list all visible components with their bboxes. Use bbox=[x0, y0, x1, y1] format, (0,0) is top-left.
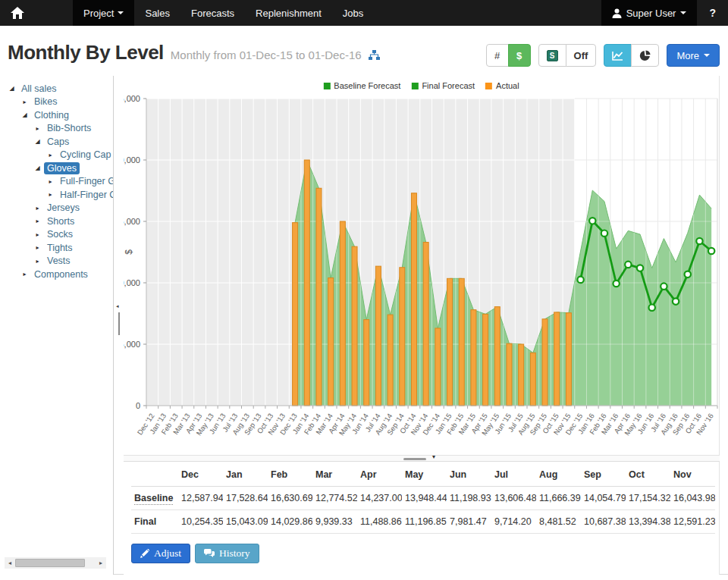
cell-final[interactable]: 10,687.38 bbox=[581, 510, 626, 534]
cell-final[interactable]: 9,939.33 bbox=[312, 510, 357, 534]
caret-collapsed-icon[interactable]: ▸ bbox=[20, 99, 29, 105]
cell-final[interactable]: 8,481.52 bbox=[536, 510, 581, 534]
tree-item-bib-shorts[interactable]: ▸Bib-Shorts bbox=[0, 122, 113, 136]
tree-item-jerseys[interactable]: ▸Jerseys bbox=[0, 202, 113, 215]
caret-collapsed-icon[interactable]: ▸ bbox=[46, 191, 55, 198]
actual-bar[interactable] bbox=[411, 193, 416, 406]
cell-final[interactable]: 13,394.38 bbox=[626, 510, 670, 534]
tree-item-shorts[interactable]: ▸Shorts bbox=[0, 215, 113, 228]
pie-chart-button[interactable] bbox=[631, 44, 659, 67]
cell-final[interactable]: 14,029.86 bbox=[268, 510, 312, 534]
cell-final[interactable]: 11,488.86 bbox=[357, 510, 402, 534]
nav-item-forecasts[interactable]: Forecasts bbox=[180, 0, 245, 26]
actual-bar[interactable] bbox=[340, 221, 345, 406]
final-point[interactable] bbox=[661, 283, 667, 289]
actual-bar[interactable] bbox=[554, 312, 560, 406]
units-count-button[interactable]: # bbox=[486, 44, 509, 67]
nav-item-jobs[interactable]: Jobs bbox=[332, 0, 374, 26]
actual-bar[interactable] bbox=[328, 278, 334, 406]
chart-table-splitter[interactable]: ▾ bbox=[124, 455, 720, 462]
tree-item-clothing[interactable]: ◢Clothing bbox=[0, 108, 113, 122]
actual-bar[interactable] bbox=[519, 344, 524, 406]
caret-expanded-icon[interactable]: ◢ bbox=[33, 165, 42, 171]
actual-bar[interactable] bbox=[400, 268, 405, 406]
caret-collapsed-icon[interactable]: ▸ bbox=[33, 258, 42, 265]
tree-item-bikes[interactable]: ▸Bikes bbox=[0, 96, 113, 109]
units-currency-button[interactable]: $ bbox=[508, 44, 531, 67]
actual-bar[interactable] bbox=[471, 310, 476, 406]
cell-final[interactable]: 15,043.09 bbox=[223, 510, 268, 534]
actual-bar[interactable] bbox=[293, 223, 298, 406]
actual-bar[interactable] bbox=[304, 160, 309, 406]
splitter-collapse-icon[interactable]: ◂ bbox=[116, 303, 119, 309]
nav-item-project[interactable]: Project bbox=[73, 0, 134, 26]
caret-collapsed-icon[interactable]: ▸ bbox=[33, 244, 42, 251]
final-point[interactable] bbox=[613, 281, 619, 287]
caret-collapsed-icon[interactable]: ▸ bbox=[33, 125, 42, 132]
help-button[interactable]: ? bbox=[697, 0, 728, 26]
final-point[interactable] bbox=[685, 271, 691, 277]
sidebar-splitter[interactable]: ◂ bbox=[114, 76, 124, 575]
cell-baseline[interactable]: 13,606.48 bbox=[491, 487, 536, 510]
splitter-caret-icon[interactable]: ▾ bbox=[432, 453, 435, 460]
nav-item-replenishment[interactable]: Replenishment bbox=[245, 0, 332, 26]
tree-item-caps[interactable]: ◢Caps bbox=[0, 135, 113, 149]
actual-bar[interactable] bbox=[352, 246, 357, 406]
actual-bar[interactable] bbox=[375, 266, 381, 406]
cell-baseline[interactable]: 16,630.69 bbox=[268, 487, 312, 510]
final-point[interactable] bbox=[601, 230, 607, 237]
actual-bar[interactable] bbox=[542, 319, 548, 406]
tree-item-full-finger-gloves[interactable]: ▸Full-Finger Gloves bbox=[0, 175, 113, 189]
cell-final[interactable]: 12,591.23 bbox=[670, 510, 715, 534]
cell-final[interactable]: 9,714.20 bbox=[491, 510, 536, 534]
splitter-grip[interactable] bbox=[403, 458, 426, 460]
final-point[interactable] bbox=[577, 277, 583, 283]
actual-bar[interactable] bbox=[530, 353, 535, 406]
final-point[interactable] bbox=[673, 298, 679, 304]
line-chart-button[interactable] bbox=[604, 44, 632, 67]
caret-expanded-icon[interactable]: ◢ bbox=[20, 111, 29, 118]
actual-bar[interactable] bbox=[423, 243, 428, 406]
forecast-chart[interactable]: 05,00010,00015,00020,00025,000Dec '12Jan… bbox=[124, 76, 720, 455]
tree-item-cycling-cap[interactable]: ▸Cycling Cap bbox=[0, 149, 113, 162]
tree-item-gloves[interactable]: ◢Gloves bbox=[0, 161, 113, 175]
splitter-handle[interactable] bbox=[118, 312, 120, 335]
cell-baseline[interactable]: 16,043.98 bbox=[670, 487, 715, 510]
cell-baseline[interactable]: 17,528.64 bbox=[223, 487, 268, 510]
actual-bar[interactable] bbox=[364, 320, 369, 406]
chart-canvas[interactable]: 05,00010,00015,00020,00025,000Dec '12Jan… bbox=[124, 76, 720, 455]
cell-baseline[interactable]: 13,948.44 bbox=[402, 487, 447, 510]
tree-item-all-sales[interactable]: ◢All sales bbox=[0, 82, 113, 96]
final-point[interactable] bbox=[696, 238, 702, 244]
tree-item-tights[interactable]: ▸Tights bbox=[0, 241, 113, 255]
scrollbar-thumb[interactable] bbox=[15, 559, 85, 567]
cell-final[interactable]: 11,196.85 bbox=[402, 510, 447, 534]
home-button[interactable] bbox=[0, 0, 35, 26]
cell-final[interactable]: 7,981.47 bbox=[447, 510, 491, 534]
user-menu[interactable]: Super User bbox=[601, 0, 698, 26]
actual-bar[interactable] bbox=[388, 315, 393, 406]
final-point[interactable] bbox=[589, 218, 595, 224]
caret-collapsed-icon[interactable]: ▸ bbox=[46, 178, 55, 185]
tree-item-vests[interactable]: ▸Vests bbox=[0, 255, 113, 268]
more-button[interactable]: More bbox=[667, 44, 720, 67]
final-point[interactable] bbox=[708, 248, 714, 254]
actual-bar[interactable] bbox=[507, 343, 512, 406]
final-point[interactable] bbox=[637, 265, 643, 271]
actual-bar[interactable] bbox=[447, 278, 453, 406]
final-point[interactable] bbox=[649, 305, 655, 311]
stacked-off-button[interactable]: Off bbox=[566, 44, 597, 67]
cell-baseline[interactable]: 11,198.93 bbox=[447, 487, 491, 510]
caret-collapsed-icon[interactable]: ▸ bbox=[33, 218, 42, 224]
cell-final[interactable]: 10,254.35 bbox=[178, 510, 223, 534]
final-point[interactable] bbox=[625, 262, 631, 268]
actual-bar[interactable] bbox=[316, 188, 322, 406]
cell-baseline[interactable]: 12,774.52 bbox=[312, 487, 357, 510]
cell-baseline[interactable]: 14,237.00 bbox=[357, 487, 402, 510]
caret-collapsed-icon[interactable]: ▸ bbox=[20, 271, 29, 277]
tree-item-components[interactable]: ▸Components bbox=[0, 268, 113, 281]
caret-expanded-icon[interactable]: ◢ bbox=[33, 138, 42, 145]
tree-item-socks[interactable]: ▸Socks bbox=[0, 228, 113, 242]
scroll-right-icon[interactable]: ▸ bbox=[96, 560, 106, 566]
caret-collapsed-icon[interactable]: ▸ bbox=[46, 152, 55, 158]
